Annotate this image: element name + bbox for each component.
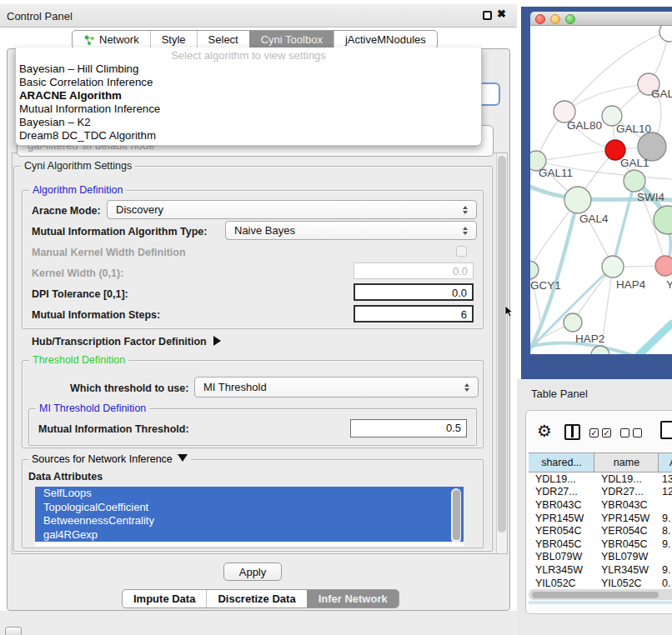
mi-type-label: Mutual Information Algorithm Type:	[32, 226, 207, 238]
network-node[interactable]	[659, 26, 672, 42]
network-node[interactable]	[655, 256, 672, 276]
mi-type-combobox[interactable]: Naive Bayes	[225, 221, 477, 240]
table-cell: 12	[659, 486, 672, 498]
attributes-list-scrollbar[interactable]	[451, 488, 461, 543]
algorithm-option[interactable]: Mutual Information Inference	[16, 102, 481, 116]
attribute-list-item[interactable]: TopologicalCoefficient	[35, 501, 464, 515]
bottom-background	[0, 611, 521, 635]
dpi-tolerance-field[interactable]: 0.0	[354, 283, 474, 301]
deselect-checkbox-icon[interactable]	[633, 428, 642, 438]
mac-zoom-icon[interactable]	[565, 14, 575, 24]
sources-collapser[interactable]: Sources for Network Inference	[28, 453, 191, 465]
network-window-titlebar[interactable]	[530, 12, 672, 26]
table-row[interactable]: YBR045CYBR045C9.	[529, 538, 672, 551]
select-all-checkbox-icon[interactable]: ✓	[589, 428, 599, 438]
screenshot-root: Control Panel ✖ NetworkStyleSelectCyni T…	[0, 0, 672, 635]
which-threshold-combobox[interactable]: MI Threshold	[194, 377, 479, 398]
cyni-bottom-tabs: Impute DataDiscretize DataInfer Network	[122, 589, 399, 608]
mac-close-icon[interactable]	[535, 14, 545, 24]
mi-threshold-field[interactable]: 0.5	[350, 419, 467, 438]
table-row[interactable]: YPR145WYPR145W9.	[529, 512, 672, 525]
mi-threshold-label: Mutual Information Threshold:	[38, 423, 189, 435]
tab-label: Network	[99, 33, 139, 46]
algorithm-option[interactable]: Basic Correlation Inference	[16, 76, 481, 89]
network-node[interactable]	[530, 261, 539, 279]
select-all-checkbox-icon[interactable]: ✓	[602, 428, 611, 438]
aracne-mode-value: Discovery	[116, 203, 163, 216]
manual-kernel-checkbox[interactable]	[456, 246, 467, 257]
tab-select[interactable]: Select	[197, 31, 249, 48]
network-edge	[530, 161, 536, 270]
control-panel-tabs: NetworkStyleSelectCyni ToolboxjActiveMNo…	[72, 30, 438, 49]
columns-icon[interactable]	[564, 424, 580, 440]
tab-label: Cyni Toolbox	[261, 33, 323, 46]
aracne-mode-combobox[interactable]: Discovery	[107, 200, 477, 219]
control-panel-header	[0, 4, 517, 28]
table-row[interactable]: YIL052CYIL052C0.	[529, 577, 672, 589]
table-cell: YBL079W	[594, 551, 659, 562]
table-cell: YER054C	[594, 525, 659, 537]
column-header[interactable]: shared...	[529, 453, 594, 472]
hub-definition-expander[interactable]: Hub/Transcription Factor Definition	[32, 333, 221, 348]
table-horizontal-scrollbar[interactable]	[529, 589, 672, 600]
tab-jactivemnodules[interactable]: jActiveMNodules	[333, 31, 437, 48]
column-header[interactable]: name	[594, 453, 659, 472]
algorithm-dropdown-placeholder: Select algorithm to view settings	[16, 48, 481, 62]
tab-impute-data[interactable]: Impute Data	[123, 590, 206, 608]
combo-stepper-icon	[463, 227, 469, 235]
partial-toolbar-button[interactable]	[5, 627, 22, 635]
apply-button[interactable]: Apply	[223, 562, 282, 581]
tab-label: jActiveMNodules	[345, 33, 426, 46]
table-row[interactable]: YDR27...YDR27...12	[529, 486, 672, 499]
table-row[interactable]: YBL079WYBL079W	[529, 551, 672, 564]
deselect-checkbox-icon[interactable]	[620, 428, 629, 438]
kernel-width-label: Kernel Width (0,1):	[32, 268, 123, 279]
table-row[interactable]: YDL19...YDL19...13	[529, 472, 672, 486]
tab-discretize-data[interactable]: Discretize Data	[206, 590, 306, 608]
table-cell: 13	[659, 473, 672, 485]
algorithm-option[interactable]: Bayesian – Hill Climbing	[16, 62, 481, 76]
tab-cyni-toolbox[interactable]: Cyni Toolbox	[249, 31, 333, 48]
node-label: HAP2	[575, 332, 604, 345]
cyni-settings-title: Cyni Algorithm Settings	[21, 160, 135, 172]
tab-infer-network[interactable]: Infer Network	[307, 590, 399, 608]
attribute-list-item[interactable]: BetweennessCentrality	[35, 514, 464, 528]
tab-network[interactable]: Network	[73, 31, 150, 48]
which-threshold-label: Which threshold to use:	[70, 382, 188, 394]
settings-vertical-scrollbar[interactable]	[496, 153, 507, 553]
column-header[interactable]: A	[659, 453, 672, 472]
network-canvas[interactable]: GALGAL80GAL10GAL1GAL11SWI4GAL4GCY1HAP4YH…	[530, 26, 672, 354]
mi-steps-label: Mutual Information Steps:	[32, 309, 160, 321]
gear-icon[interactable]: ⚙	[537, 421, 552, 441]
algorithm-option[interactable]: ARACNE Algorithm	[16, 89, 481, 102]
attribute-list-item[interactable]: SelfLoops	[35, 487, 464, 501]
attribute-list-item[interactable]: gal4RGexp	[35, 528, 464, 542]
network-node[interactable]	[564, 187, 591, 213]
network-node[interactable]	[654, 206, 672, 234]
node-label: HAP4	[616, 278, 646, 291]
table-cell: YPR145W	[529, 512, 594, 524]
close-icon[interactable]: ✖	[497, 8, 506, 20]
kernel-width-field[interactable]: 0.0	[354, 262, 474, 279]
table-row[interactable]: YLR345WYLR345W9.	[529, 563, 672, 577]
table-cell: YLR345W	[594, 564, 659, 576]
tab-style[interactable]: Style	[150, 31, 197, 48]
network-edge	[613, 181, 634, 267]
table-row[interactable]: YBR043CYBR043C	[529, 498, 672, 512]
table-row[interactable]: YER054CYER054C8.	[529, 524, 672, 538]
table-body: YDL19...YDL19...13YDR27...YDR27...12YBR0…	[529, 472, 672, 589]
network-node[interactable]	[602, 256, 624, 278]
mi-threshold-group-title: MI Threshold Definition	[36, 402, 149, 414]
node-label: SWI4	[637, 191, 664, 203]
node-label: GAL11	[539, 167, 573, 179]
float-window-icon[interactable]	[483, 11, 492, 20]
network-icon	[83, 34, 95, 46]
network-node[interactable]	[624, 170, 645, 192]
mac-minimize-icon[interactable]	[550, 14, 560, 24]
network-node[interactable]	[564, 313, 582, 332]
document-icon[interactable]	[660, 421, 672, 439]
mi-steps-field[interactable]: 6	[354, 305, 474, 322]
algorithm-option[interactable]: Dream8 DC_TDC Algorithm	[16, 129, 481, 142]
table-header-row: shared...nameA	[529, 452, 672, 472]
algorithm-option[interactable]: Bayesian – K2	[16, 116, 481, 129]
